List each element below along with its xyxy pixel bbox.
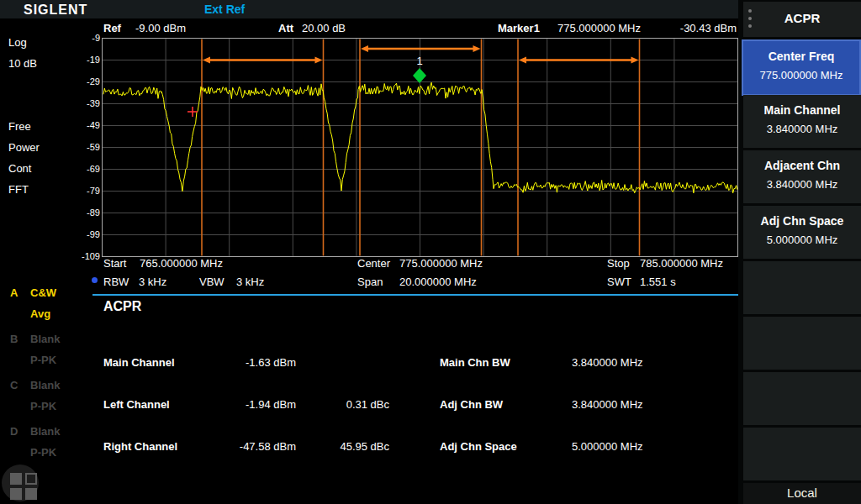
- menu-grip-icon: [748, 9, 752, 32]
- trace-a: [103, 82, 737, 193]
- vbw-label: VBW: [199, 276, 224, 288]
- ref-value: -9.00 dBm: [135, 22, 186, 34]
- softkey-value: 5.000000 MHz: [743, 234, 861, 246]
- softkey-empty[interactable]: [743, 428, 861, 480]
- detector-indicator: Power: [8, 141, 40, 154]
- grid-icon: [25, 488, 37, 500]
- swt-label: SWT: [607, 276, 631, 288]
- trace-d-id: D: [10, 425, 18, 438]
- result-power: -1.94 dBm: [202, 398, 296, 411]
- softkey-empty[interactable]: [743, 372, 861, 425]
- att-value: 20.00 dB: [302, 22, 346, 34]
- siglent-logo: SIGLENT: [24, 3, 87, 18]
- result-row-label: Right Channel: [103, 440, 177, 453]
- marker1-diamond: [413, 68, 426, 83]
- result-row-label: Left Channel: [103, 398, 170, 411]
- y-tick-label: -79: [71, 186, 100, 196]
- delta-marker: [188, 107, 198, 117]
- fft-indicator: FFT: [8, 183, 29, 196]
- rbw-label: RBW: [103, 276, 129, 288]
- y-tick-label: -99: [71, 229, 100, 239]
- scale-type-indicator: Log: [8, 36, 27, 49]
- softkey-empty[interactable]: [743, 261, 861, 314]
- trace-c-detector: P-PK: [30, 400, 56, 412]
- menu-launcher-button[interactable]: [2, 465, 39, 501]
- ext-ref-indicator: Ext Ref: [204, 3, 245, 16]
- softkey-label: Main Channel: [743, 103, 861, 117]
- y-tick-label: -59: [71, 142, 100, 152]
- marker-readout-ampl: -30.43 dBm: [680, 22, 737, 34]
- y-tick-label: -49: [71, 120, 100, 130]
- softkey-value: 3.840000 MHz: [743, 123, 861, 135]
- results-title: ACPR: [103, 299, 141, 314]
- trace-a-detector: Avg: [30, 307, 50, 320]
- trace-d-mode: Blank: [30, 425, 60, 438]
- result-bw-label: Adj Chn BW: [440, 398, 503, 411]
- stop-freq-label: Stop: [607, 257, 630, 270]
- start-freq-label: Start: [103, 257, 126, 270]
- trace-b-id: B: [10, 333, 18, 345]
- swt-value: 1.551 s: [640, 276, 676, 288]
- y-tick-label: -29: [71, 76, 100, 87]
- sweep-mode-indicator: Cont: [8, 162, 31, 175]
- local-button[interactable]: Local: [743, 483, 861, 504]
- vbw-value: 3 kHz: [236, 276, 264, 288]
- att-label: Att: [278, 22, 293, 34]
- softkey-empty[interactable]: [743, 317, 861, 370]
- menu-header: ACPR: [743, 2, 861, 37]
- result-bw-value: 3.840000 MHz: [572, 398, 643, 411]
- rbw-coupled-indicator: [92, 277, 98, 283]
- y-tick-label: -109: [71, 251, 100, 261]
- softkey-adjacent-chn[interactable]: Adjacent Chn 3.840000 MHz: [743, 150, 861, 203]
- instrument-screen: { "brand": "SIGLENT", "topbar": { "ext_r…: [0, 0, 861, 504]
- marker-readout-freq: 775.000000 MHz: [557, 22, 641, 34]
- result-row-label: Main Channel: [103, 356, 175, 369]
- softkey-adj-chn-space[interactable]: Adj Chn Space 5.000000 MHz: [743, 206, 861, 259]
- scale-div-indicator: 10 dB: [8, 57, 37, 70]
- stop-freq-value: 785.000000 MHz: [640, 257, 723, 270]
- marker1-label: 1: [416, 55, 422, 67]
- result-power: -47.58 dBm: [202, 440, 296, 453]
- result-bw-value: 3.840000 MHz: [572, 356, 643, 369]
- grid-icon: [10, 473, 22, 485]
- trace-d-detector: P-PK: [30, 446, 56, 459]
- span-label: Span: [357, 276, 383, 288]
- trace-b-detector: P-PK: [30, 354, 56, 366]
- softkey-value: 3.840000 MHz: [743, 178, 861, 191]
- start-freq-value: 765.000000 MHz: [140, 257, 223, 270]
- center-freq-value: 775.000000 MHz: [399, 257, 483, 270]
- softkey-label: Adjacent Chn: [743, 159, 861, 172]
- trace-c-id: C: [10, 379, 18, 391]
- y-tick-label: -9: [71, 33, 100, 43]
- grid-icon: [25, 473, 37, 485]
- result-bw-label: Main Chn BW: [440, 356, 510, 369]
- result-bw-label: Adj Chn Space: [440, 440, 517, 453]
- trace-c-mode: Blank: [30, 379, 60, 391]
- marker-readout-label: Marker1: [498, 22, 540, 34]
- softkey-main-channel[interactable]: Main Channel 3.840000 MHz: [743, 95, 861, 148]
- section-divider: [92, 294, 738, 296]
- rbw-value: 3 kHz: [139, 276, 166, 288]
- trace-b-mode: Blank: [30, 333, 60, 345]
- center-freq-label: Center: [357, 257, 390, 270]
- top-status-bar: SIGLENT Ext Ref: [0, 0, 738, 18]
- result-ratio: 45.95 dBc: [328, 440, 389, 453]
- menu-title: ACPR: [743, 11, 861, 25]
- result-bw-value: 5.000000 MHz: [572, 440, 643, 453]
- softkey-label: Center Freq: [743, 50, 859, 63]
- softkey-label: Adj Chn Space: [743, 214, 861, 228]
- grid-icon: [10, 488, 22, 500]
- softkey-center-freq[interactable]: Center Freq 775.000000 MHz: [742, 39, 861, 96]
- result-power: -1.63 dBm: [202, 356, 296, 369]
- trace-a-id: A: [10, 286, 18, 299]
- trigger-indicator: Free: [8, 120, 31, 133]
- y-tick-label: -39: [71, 98, 100, 108]
- y-tick-label: -19: [71, 55, 100, 65]
- softkey-value: 775.000000 MHz: [743, 69, 859, 81]
- spectrum-chart-canvas: 1: [0, 0, 738, 504]
- trace-a-mode: C&W: [30, 286, 56, 299]
- ref-label: Ref: [103, 22, 121, 34]
- span-value: 20.000000 MHz: [399, 276, 477, 288]
- result-ratio: 0.31 dBc: [328, 398, 389, 411]
- y-tick-label: -89: [71, 207, 100, 218]
